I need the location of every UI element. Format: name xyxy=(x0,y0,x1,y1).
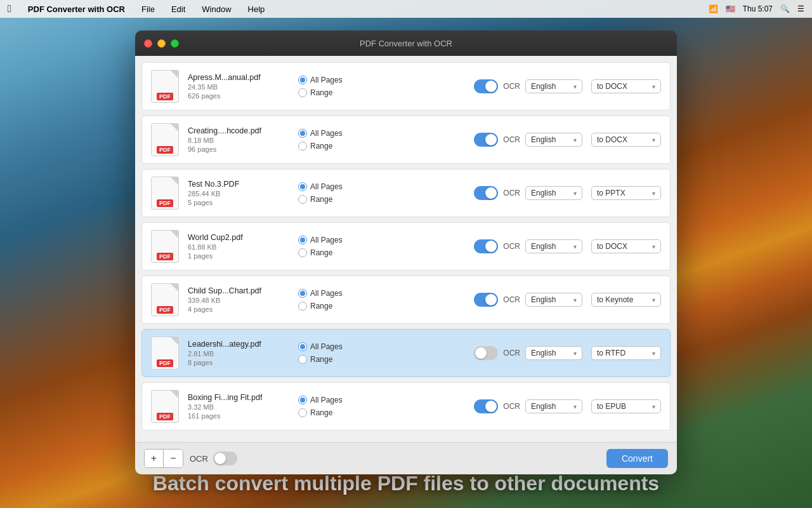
ocr-toggle[interactable] xyxy=(474,293,498,307)
all-pages-radio-row[interactable]: All Pages xyxy=(298,182,362,191)
remove-file-button[interactable]: − xyxy=(164,450,183,467)
ocr-label: OCR xyxy=(503,82,520,91)
range-radio[interactable] xyxy=(298,142,307,150)
minimize-button[interactable] xyxy=(157,39,166,48)
language-dropdown[interactable]: English ▾ xyxy=(525,186,582,200)
format-dropdown[interactable]: to RTFD ▾ xyxy=(591,346,661,360)
language-dropdown[interactable]: English ▾ xyxy=(525,79,582,93)
file-info: World Cup2.pdf 61.88 KB 1 pages xyxy=(188,233,289,260)
all-pages-radio-row[interactable]: All Pages xyxy=(298,342,362,351)
format-dropdown[interactable]: to DOCX ▾ xyxy=(591,79,661,93)
file-row[interactable]: PDF Apress.M...anual.pdf 24.35 MB 626 pa… xyxy=(141,62,671,110)
range-radio-row[interactable]: Range xyxy=(298,302,362,311)
language-dropdown[interactable]: English ▾ xyxy=(525,239,582,253)
range-radio-row[interactable]: Range xyxy=(298,408,362,417)
promo-text: Batch convert multiple PDF files to othe… xyxy=(0,472,812,495)
all-pages-label: All Pages xyxy=(310,182,343,191)
pdf-badge: PDF xyxy=(157,146,173,154)
apple-menu-icon[interactable]:  xyxy=(8,3,11,15)
range-radio-row[interactable]: Range xyxy=(298,355,362,364)
menubar-edit[interactable]: Edit xyxy=(169,3,188,15)
ocr-section: OCR English ▾ xyxy=(474,346,582,360)
range-radio[interactable] xyxy=(298,195,307,204)
file-pages: 1 pages xyxy=(188,252,289,260)
global-ocr-toggle[interactable] xyxy=(213,451,237,465)
add-file-button[interactable]: + xyxy=(145,450,164,467)
convert-button[interactable]: Convert xyxy=(606,449,668,468)
all-pages-radio-row[interactable]: All Pages xyxy=(298,236,362,244)
ocr-label: OCR xyxy=(503,189,520,197)
range-radio-row[interactable]: Range xyxy=(298,195,362,204)
range-radio[interactable] xyxy=(298,408,307,417)
all-pages-radio[interactable] xyxy=(298,342,307,351)
file-row[interactable]: PDF Creating....hcode.pdf 8.18 MB 96 pag… xyxy=(141,116,671,164)
ocr-section: OCR English ▾ xyxy=(474,133,582,147)
all-pages-radio[interactable] xyxy=(298,289,307,298)
format-dropdown-arrow: ▾ xyxy=(652,243,655,250)
all-pages-radio-row[interactable]: All Pages xyxy=(298,396,362,404)
ocr-toggle-knob xyxy=(485,134,497,145)
maximize-button[interactable] xyxy=(171,39,179,48)
all-pages-radio[interactable] xyxy=(298,236,307,244)
format-dropdown[interactable]: to PPTX ▾ xyxy=(591,186,661,200)
language-dropdown[interactable]: English ▾ xyxy=(525,133,582,147)
ocr-toggle[interactable] xyxy=(474,399,498,413)
format-dropdown[interactable]: to Keynote ▾ xyxy=(591,293,661,307)
menubar-file[interactable]: File xyxy=(139,3,157,15)
menubar-window[interactable]: Window xyxy=(199,3,233,15)
ocr-toggle[interactable] xyxy=(474,186,498,200)
all-pages-radio[interactable] xyxy=(298,396,307,404)
file-size: 2.81 MB xyxy=(188,350,289,358)
pdf-badge: PDF xyxy=(157,199,173,207)
range-radio[interactable] xyxy=(298,302,307,311)
format-dropdown[interactable]: to EPUB ▾ xyxy=(591,399,661,413)
ocr-toggle[interactable] xyxy=(474,346,498,360)
range-radio[interactable] xyxy=(298,88,307,97)
all-pages-radio[interactable] xyxy=(298,129,307,138)
ocr-toggle[interactable] xyxy=(474,79,498,93)
menubar-help[interactable]: Help xyxy=(246,3,268,15)
range-label: Range xyxy=(310,142,332,150)
all-pages-radio[interactable] xyxy=(298,76,307,84)
file-name: Creating....hcode.pdf xyxy=(188,126,283,135)
all-pages-radio[interactable] xyxy=(298,182,307,191)
search-icon[interactable]: 🔍 xyxy=(780,4,790,13)
file-row[interactable]: PDF Leadershi...ategy.pdf 2.81 MB 8 page… xyxy=(141,329,671,377)
format-value: to DOCX xyxy=(597,242,627,251)
range-radio-row[interactable]: Range xyxy=(298,88,362,97)
file-row[interactable]: PDF Child Sup...Chart.pdf 339.48 KB 4 pa… xyxy=(141,276,671,324)
ocr-toggle[interactable] xyxy=(474,133,498,147)
language-dropdown[interactable]: English ▾ xyxy=(525,399,582,413)
range-radio-row[interactable]: Range xyxy=(298,248,362,257)
language-dropdown-arrow: ▾ xyxy=(573,243,577,250)
format-dropdown[interactable]: to DOCX ▾ xyxy=(591,133,661,147)
format-dropdown-arrow: ▾ xyxy=(652,297,655,304)
range-radio[interactable] xyxy=(298,248,307,257)
app-window: PDF Converter with OCR PDF Apress.M...an… xyxy=(135,30,677,474)
range-label: Range xyxy=(310,195,332,204)
global-ocr-section: OCR xyxy=(190,451,237,465)
file-row[interactable]: PDF Boxing Fi...ing Fit.pdf 3.32 MB 161 … xyxy=(141,382,671,431)
range-radio[interactable] xyxy=(298,355,307,364)
all-pages-radio-row[interactable]: All Pages xyxy=(298,76,362,84)
format-dropdown[interactable]: to DOCX ▾ xyxy=(591,239,661,253)
ocr-toggle[interactable] xyxy=(474,239,498,253)
menubar-app-name[interactable]: PDF Converter with OCR xyxy=(25,3,128,15)
add-remove-buttons: + − xyxy=(144,449,183,468)
range-radio-row[interactable]: Range xyxy=(298,142,362,150)
titlebar: PDF Converter with OCR xyxy=(135,30,677,56)
all-pages-radio-row[interactable]: All Pages xyxy=(298,129,362,138)
ocr-toggle-knob xyxy=(485,401,497,412)
file-row[interactable]: PDF Test No.3.PDF 285.44 KB 5 pages All … xyxy=(141,169,671,217)
all-pages-radio-row[interactable]: All Pages xyxy=(298,289,362,298)
format-value: to DOCX xyxy=(597,82,627,91)
file-info: Boxing Fi...ing Fit.pdf 3.32 MB 161 page… xyxy=(188,393,289,420)
language-dropdown[interactable]: English ▾ xyxy=(525,346,582,360)
language-dropdown[interactable]: English ▾ xyxy=(525,293,582,307)
list-icon[interactable]: ☰ xyxy=(797,4,804,13)
close-button[interactable] xyxy=(144,39,152,48)
range-label: Range xyxy=(310,302,332,311)
pdf-badge: PDF xyxy=(157,359,173,367)
file-row[interactable]: PDF World Cup2.pdf 61.88 KB 1 pages All … xyxy=(141,222,671,271)
language-dropdown-arrow: ▾ xyxy=(573,297,577,304)
